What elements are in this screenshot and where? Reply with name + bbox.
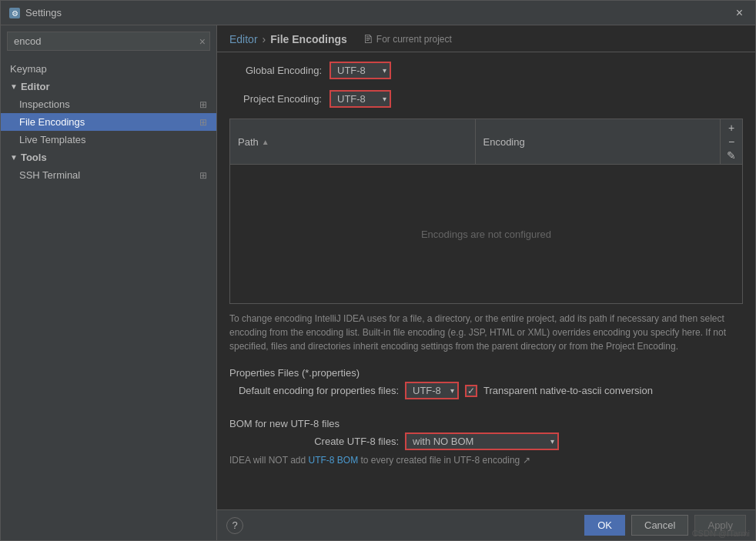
editor-arrow: ▼ — [10, 82, 18, 91]
project-encoding-row: Project Encoding: UTF-8 ▾ — [229, 90, 743, 108]
edit-encoding-button[interactable]: ✎ — [722, 149, 741, 162]
svg-text:⚙: ⚙ — [12, 9, 18, 18]
table-header: Path ▲ Encoding + − ✎ — [230, 119, 742, 165]
global-encoding-dropdown[interactable]: UTF-8 ▾ — [329, 62, 391, 79]
transparent-conversion-label: Transparent native-to-ascii conversion — [483, 385, 653, 396]
encodings-table: Path ▲ Encoding + − ✎ Encodings — [229, 119, 743, 304]
project-encoding-arrow: ▾ — [383, 95, 386, 103]
breadcrumb-current: File Encodings — [270, 33, 347, 45]
default-encoding-label: Default encoding for properties files: — [229, 385, 399, 396]
utf8-bom-link[interactable]: UTF-8 BOM — [308, 455, 358, 466]
table-body: Encodings are not configured — [230, 165, 742, 303]
search-clear-button[interactable]: × — [199, 35, 206, 48]
properties-section: Properties Files (*.properties) Default … — [229, 361, 743, 404]
sidebar-item-file-encodings[interactable]: File Encodings ⊞ — [1, 113, 216, 131]
search-box: × — [7, 32, 210, 51]
ssh-terminal-config-icon: ⊞ — [199, 170, 207, 181]
sidebar-item-ssh-terminal[interactable]: SSH Terminal ⊞ — [1, 166, 216, 184]
settings-window: ⚙ Settings × × Keymap ▼ Editor Inspectio… — [0, 0, 756, 541]
close-button[interactable]: × — [731, 5, 748, 22]
add-encoding-button[interactable]: + — [722, 121, 741, 135]
right-body: Global Encoding: UTF-8 ▾ Project Encodin… — [217, 52, 755, 509]
ok-button[interactable]: OK — [584, 515, 625, 536]
sidebar-group-editor[interactable]: ▼ Editor — [1, 78, 216, 95]
bom-section: BOM for new UTF-8 files Create UTF-8 fil… — [229, 412, 743, 466]
for-current-project-link[interactable]: 🖹 For current project — [363, 33, 452, 45]
settings-icon: ⚙ — [8, 7, 21, 19]
properties-encoding-arrow: ▾ — [450, 386, 454, 395]
right-panel: Editor › File Encodings 🖹 For current pr… — [217, 25, 755, 540]
right-header: Editor › File Encodings 🖹 For current pr… — [217, 25, 755, 52]
inspections-config-icon: ⊞ — [199, 99, 207, 110]
table-actions: + − ✎ — [720, 119, 742, 164]
window-title: Settings — [25, 7, 731, 18]
title-bar: ⚙ Settings × — [1, 1, 755, 25]
bom-section-title: BOM for new UTF-8 files — [229, 418, 743, 429]
bom-dropdown[interactable]: with NO BOM ▾ — [405, 432, 559, 450]
sidebar-group-tools[interactable]: ▼ Tools — [1, 149, 216, 166]
project-icon: 🖹 — [363, 33, 373, 45]
global-encoding-arrow: ▾ — [383, 66, 386, 75]
footer-left: ? — [226, 517, 578, 534]
global-encoding-row: Global Encoding: UTF-8 ▾ — [229, 62, 743, 79]
transparent-conversion-checkbox[interactable] — [465, 385, 477, 397]
properties-encoding-dropdown[interactable]: UTF-8 ▾ — [405, 382, 459, 399]
bom-create-row: Create UTF-8 files: with NO BOM ▾ — [229, 432, 743, 450]
bom-dropdown-arrow: ▾ — [550, 437, 554, 446]
breadcrumb-editor[interactable]: Editor — [229, 33, 258, 45]
properties-section-title: Properties Files (*.properties) — [229, 367, 743, 379]
cancel-button[interactable]: Cancel — [631, 515, 688, 536]
file-encodings-config-icon: ⊞ — [199, 117, 207, 128]
sidebar-item-live-templates[interactable]: Live Templates — [1, 131, 216, 149]
properties-encoding-row: Default encoding for properties files: U… — [229, 382, 743, 399]
search-input[interactable] — [7, 32, 210, 51]
nav-tree: Keymap ▼ Editor Inspections ⊞ File Encod… — [1, 57, 216, 540]
bom-create-label: Create UTF-8 files: — [229, 436, 399, 447]
left-panel: × Keymap ▼ Editor Inspections ⊞ File Enc… — [1, 25, 217, 540]
sidebar-item-keymap[interactable]: Keymap — [1, 60, 216, 78]
project-encoding-label: Project Encoding: — [229, 93, 322, 105]
project-encoding-dropdown[interactable]: UTF-8 ▾ — [329, 90, 391, 108]
info-text: To change encoding IntelliJ IDEA uses fo… — [229, 312, 743, 353]
footer: ? OK Cancel Apply — [217, 509, 755, 540]
table-empty-message: Encodings are not configured — [421, 229, 551, 240]
encoding-column-header: Encoding — [475, 119, 721, 164]
tools-arrow: ▼ — [10, 153, 18, 162]
help-button[interactable]: ? — [226, 517, 243, 534]
watermark: CSDN @ITarmi — [692, 529, 750, 538]
breadcrumb: Editor › File Encodings — [229, 33, 347, 45]
path-column-header: Path ▲ — [230, 119, 475, 164]
remove-encoding-button[interactable]: − — [722, 135, 741, 149]
sidebar-item-inspections[interactable]: Inspections ⊞ — [1, 95, 216, 113]
bom-note: IDEA will NOT add UTF-8 BOM to every cre… — [229, 455, 743, 466]
breadcrumb-separator: › — [263, 33, 266, 45]
global-encoding-label: Global Encoding: — [229, 65, 322, 76]
